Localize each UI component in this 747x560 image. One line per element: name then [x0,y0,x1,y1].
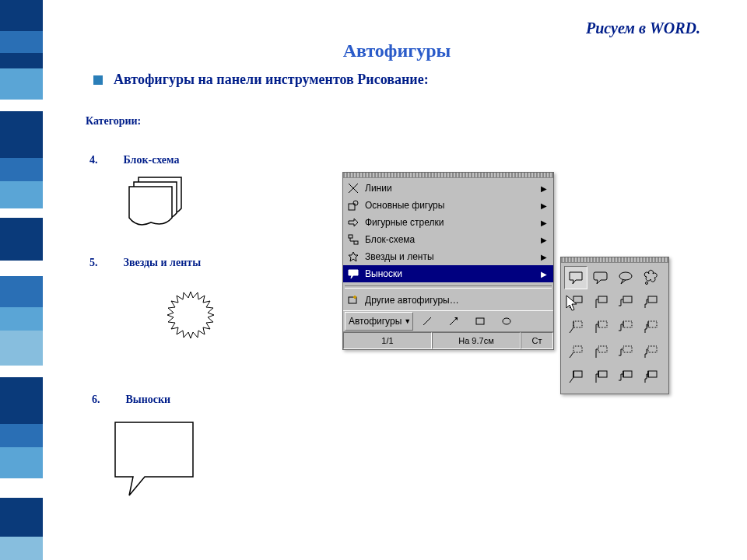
menu-item-block-arrows[interactable]: Фигурные стрелки ▶ [343,214,553,231]
item-number: 5. [89,257,121,269]
categories-label: Категории: [86,115,141,128]
item-label: Выноски [126,394,171,405]
block-arrows-icon [346,215,360,229]
autoshapes-menu: Линии ▶ Основные фигуры ▶ Фигурные стрел… [342,172,554,350]
svg-rect-20 [598,346,607,352]
callout-border-accent-1[interactable] [564,366,587,389]
chevron-down-icon: ▼ [404,317,411,325]
status-page: 1/1 [343,332,432,349]
svg-rect-12 [598,296,607,303]
callout-cloud-speech[interactable] [639,266,662,289]
side-decoration [0,0,43,560]
stars-icon [346,250,360,264]
svg-rect-2 [349,235,352,238]
svg-line-5 [423,317,431,325]
arrow-tool-button[interactable] [441,312,466,331]
star-shape-icon [144,280,237,376]
rectangle-tool-button[interactable] [468,312,493,331]
submenu-arrow-icon: ▶ [541,184,549,193]
page-title: Автофигуры [51,40,743,61]
svg-rect-21 [623,346,632,352]
callout-border-accent-3[interactable] [614,366,637,389]
oval-tool-button[interactable] [494,312,519,331]
svg-rect-17 [623,321,632,327]
submenu-arrow-icon: ▶ [541,201,549,210]
svg-rect-7 [476,318,484,324]
list-item-4: 4. Блок-схема [89,154,180,166]
callout-border-1[interactable] [564,341,587,364]
callout-border-2[interactable] [589,341,612,364]
bullet-heading: Автофигуры на панели инструментов Рисова… [93,72,429,88]
callout-accent-1[interactable] [564,316,587,339]
item-number: 4. [89,154,121,166]
basic-shapes-icon [346,198,360,212]
svg-rect-3 [354,241,358,244]
callout-oval-speech[interactable] [614,266,637,289]
callout-round-speech[interactable] [589,266,612,289]
svg-rect-14 [648,296,657,303]
status-column: Ст [521,332,553,349]
drawing-toolbar: Автофигуры▼ [343,310,553,331]
svg-point-10 [646,282,648,285]
callout-line-1[interactable] [564,291,587,314]
submenu-arrow-icon: ▶ [541,236,549,244]
svg-rect-16 [598,321,607,327]
item-label: Звезды и ленты [124,257,202,268]
callout-shape-icon [109,416,202,505]
lines-icon [346,181,360,195]
svg-rect-19 [573,346,582,352]
bullet-text: Автофигуры на панели инструментов Рисова… [114,72,429,88]
flowchart-icon [346,233,360,247]
kicker-text: Рисуем в WORD. [51,19,700,37]
more-shapes-icon [346,293,360,307]
svg-rect-26 [648,371,657,377]
menu-item-callouts[interactable]: Выноски ▶ [343,265,553,282]
menu-item-basic-shapes[interactable]: Основные фигуры ▶ [343,197,553,214]
menu-grip[interactable] [343,173,553,178]
menu-item-lines[interactable]: Линии ▶ [343,180,553,197]
callout-accent-4[interactable] [639,316,662,339]
palette-grip[interactable] [561,257,668,263]
svg-rect-23 [573,371,582,377]
callout-rect-speech[interactable] [564,266,587,289]
svg-point-1 [353,201,358,205]
status-bar: 1/1 На 9.7см Ст [343,331,553,349]
svg-rect-25 [623,371,632,377]
menu-separator [345,285,552,289]
callout-line-3[interactable] [614,291,637,314]
menu-item-stars[interactable]: Звезды и ленты ▶ [343,248,553,265]
callouts-palette [560,257,669,394]
menu-item-flowchart[interactable]: Блок-схема ▶ [343,231,553,248]
submenu-arrow-icon: ▶ [541,253,549,261]
callout-line-4[interactable] [639,291,662,314]
svg-rect-18 [648,321,657,327]
callout-accent-2[interactable] [589,316,612,339]
menu-item-more-shapes[interactable]: Другие автофигуры… [343,292,553,309]
callouts-icon [346,267,360,281]
svg-point-8 [503,318,510,324]
svg-point-9 [619,272,632,280]
svg-rect-15 [573,321,582,327]
callout-border-accent-2[interactable] [589,366,612,389]
item-label: Блок-схема [124,154,180,166]
submenu-arrow-icon: ▶ [541,270,549,278]
line-tool-button[interactable] [415,312,440,331]
callout-accent-3[interactable] [614,316,637,339]
svg-rect-13 [623,296,632,303]
callout-border-accent-4[interactable] [639,366,662,389]
list-item-5: 5. Звезды и ленты [89,257,201,269]
autoshapes-dropdown[interactable]: Автофигуры▼ [345,312,413,331]
submenu-arrow-icon: ▶ [541,219,549,227]
svg-rect-22 [648,346,657,352]
callout-line-2[interactable] [589,291,612,314]
item-number: 6. [92,394,123,406]
svg-rect-11 [573,296,582,303]
callout-border-4[interactable] [639,341,662,364]
status-position: На 9.7см [432,332,521,349]
list-item-6: 6. Выноски [92,394,170,406]
svg-line-6 [450,319,456,325]
flowchart-shape-icon [117,171,195,236]
bullet-icon [93,75,103,85]
svg-rect-24 [598,371,607,377]
callout-border-3[interactable] [614,341,637,364]
